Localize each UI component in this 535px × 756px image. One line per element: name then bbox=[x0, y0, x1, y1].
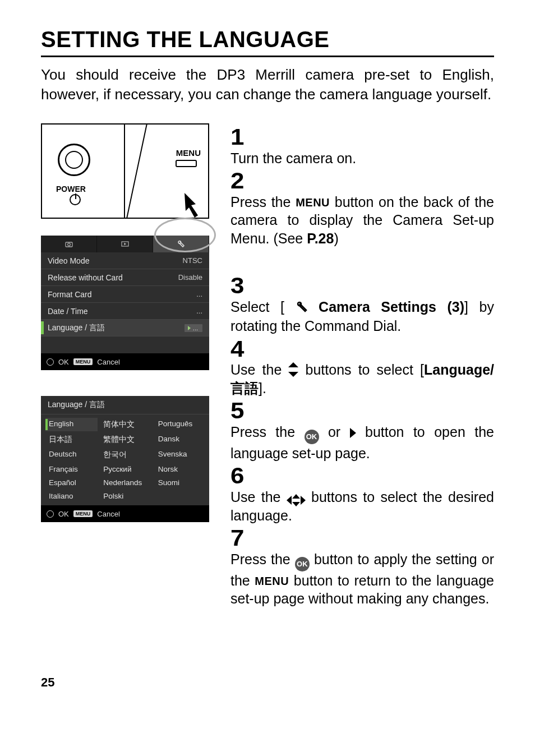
lens-icon bbox=[58, 144, 90, 176]
ok-ring-icon bbox=[47, 358, 54, 366]
menu-row-video-mode: Video ModeNTSC bbox=[41, 252, 209, 269]
svg-point-1 bbox=[67, 243, 70, 246]
lang-item: 日本語 bbox=[45, 433, 98, 446]
wrench-icon bbox=[296, 299, 308, 317]
step-1-text: Turn the camera on. bbox=[230, 149, 494, 168]
step-7-text: Press the OK button to apply the setting… bbox=[230, 550, 494, 608]
lang-item: Nederlands bbox=[100, 477, 152, 488]
up-down-icon bbox=[288, 362, 298, 377]
step-4-number: 4 bbox=[230, 339, 244, 359]
lang-item: Suomi bbox=[155, 477, 207, 488]
pointer-hand-icon bbox=[179, 188, 213, 222]
lang-item: 繁體中文 bbox=[100, 433, 152, 446]
page-title: SETTING THE LANGUAGE bbox=[41, 27, 494, 57]
tab-capture bbox=[41, 236, 97, 252]
menu-text-icon: MENU bbox=[296, 196, 330, 209]
menu-label: MENU bbox=[176, 148, 201, 158]
step-1-number: 1 bbox=[230, 127, 244, 147]
lang-english: English bbox=[45, 418, 98, 431]
step-3-number: 3 bbox=[230, 275, 244, 296]
highlight-circle-icon bbox=[154, 218, 216, 252]
settings-menu-screenshot: Video ModeNTSC Release without CardDisab… bbox=[41, 236, 209, 370]
lang-item: Svenska bbox=[155, 448, 207, 462]
tab-playback bbox=[97, 236, 153, 252]
ok-button-icon: OK bbox=[305, 430, 319, 444]
menu-text-icon: MENU bbox=[255, 575, 289, 587]
power-icon bbox=[70, 194, 81, 205]
lang-item: Polski bbox=[100, 490, 152, 502]
language-menu-footer: OK MENU Cancel bbox=[41, 505, 209, 522]
step-6-number: 6 bbox=[230, 465, 244, 486]
lang-item: Português bbox=[155, 418, 207, 431]
lang-item: Dansk bbox=[155, 433, 207, 446]
page-number: 25 bbox=[41, 675, 494, 690]
menu-button-icon bbox=[176, 160, 197, 167]
menu-row-language: Language / 言語... bbox=[41, 320, 209, 336]
step-5-number: 5 bbox=[230, 400, 244, 421]
lang-item: 简体中文 bbox=[100, 418, 152, 431]
right-arrow-icon bbox=[350, 428, 356, 438]
step-5-text: Press the OK or button to open the langu… bbox=[230, 423, 494, 463]
lang-item: Deutsch bbox=[45, 448, 98, 462]
step-4-text: Use the buttons to select [Language/ 言語]… bbox=[230, 361, 494, 397]
menu-row-date-time: Date / Time... bbox=[41, 303, 209, 320]
menu-footer: OK MENU Cancel bbox=[41, 353, 209, 370]
lang-item: Русский bbox=[100, 463, 152, 475]
menu-row-release-without-card: Release without CardDisable bbox=[41, 269, 209, 286]
intro-text: You should receive the DP3 Merrill camer… bbox=[41, 65, 494, 104]
lang-item: Español bbox=[45, 477, 98, 488]
step-7-number: 7 bbox=[230, 528, 244, 548]
language-menu-screenshot: Language / 言語 English 简体中文 Português 日本語… bbox=[41, 396, 209, 522]
lang-item: Italiano bbox=[45, 490, 98, 502]
step-3-text: Select [ Camera Settings (3)] by rotatin… bbox=[230, 298, 494, 335]
step-6-text: Use the buttons to select the desired la… bbox=[230, 488, 494, 525]
step-2-number: 2 bbox=[230, 170, 244, 191]
lang-item bbox=[155, 490, 207, 502]
lang-item: 한국어 bbox=[100, 448, 152, 462]
camera-diagram: POWER MENU bbox=[41, 123, 209, 219]
chevron-right-icon bbox=[188, 326, 191, 330]
lang-item: Norsk bbox=[155, 463, 207, 475]
language-menu-title: Language / 言語 bbox=[41, 396, 209, 414]
power-label: POWER bbox=[56, 185, 86, 193]
step-2-text: Press the MENU button on the back of the… bbox=[230, 193, 494, 248]
lang-item: Français bbox=[45, 463, 98, 475]
ok-button-icon: OK bbox=[295, 557, 310, 571]
nav-cross-icon bbox=[287, 494, 306, 506]
menu-row-format-card: Format Card... bbox=[41, 286, 209, 303]
ok-ring-icon bbox=[47, 510, 54, 518]
